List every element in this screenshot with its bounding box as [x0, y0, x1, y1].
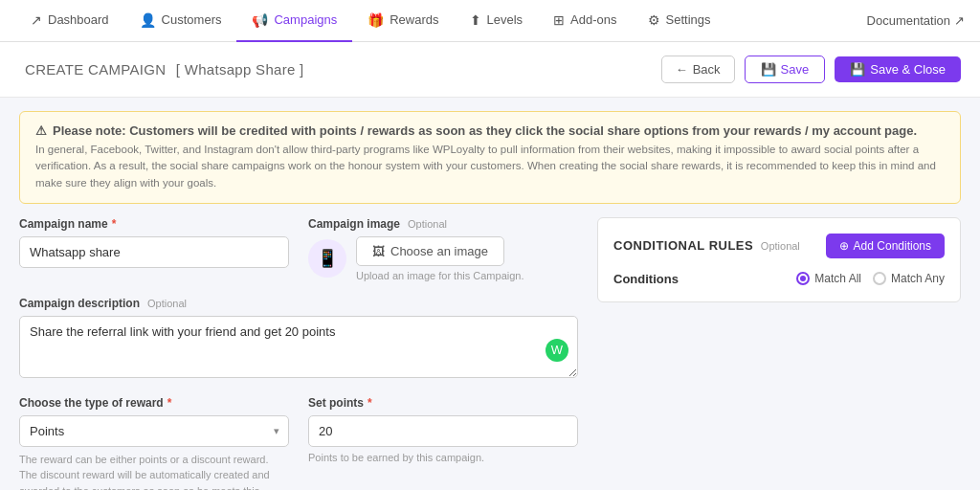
nav-item-campaigns[interactable]: 📢 Campaigns — [236, 0, 352, 42]
match-options: Match All Match Any — [796, 272, 945, 285]
campaign-desc-group: Campaign description Optional Share the … — [19, 297, 578, 381]
image-upload-controls: 🖼 Choose an image Upload an image for th… — [356, 236, 523, 281]
addons-icon: ⊞ — [553, 12, 565, 28]
nav-item-levels[interactable]: ⬆ Levels — [455, 0, 539, 42]
set-points-group: Set points * Points to be earned by this… — [308, 396, 578, 490]
external-link-icon: ↗ — [954, 13, 965, 28]
required-marker-3: * — [368, 396, 372, 410]
nav-item-label: Campaigns — [274, 12, 337, 27]
campaign-desc-wrapper: Share the referral link with your friend… — [19, 316, 578, 381]
campaign-image-group: Campaign image Optional 📱 🖼 Choose an im… — [308, 217, 578, 281]
form-panel: Campaign name * Campaign image Optional … — [19, 217, 578, 490]
match-all-option[interactable]: Match All — [796, 272, 861, 285]
save-button[interactable]: 💾 Save — [745, 56, 826, 83]
nav-item-label: Settings — [666, 12, 711, 27]
phone-icon: 📱 — [308, 239, 346, 278]
settings-icon: ⚙ — [648, 12, 660, 28]
documentation-label: Documentation — [867, 13, 950, 28]
campaign-name-input[interactable] — [19, 236, 289, 268]
row-name-image: Campaign name * Campaign image Optional … — [19, 217, 578, 281]
save-icon: 💾 — [761, 62, 776, 77]
points-hint: Points to be earned by this campaign. — [308, 452, 578, 463]
campaigns-icon: 📢 — [252, 12, 268, 28]
rules-title: CONDITIONAL RULES Optional — [613, 238, 800, 253]
upload-hint: Upload an image for this Campaign. — [356, 270, 523, 281]
plus-icon: ⊕ — [839, 239, 849, 253]
match-any-label: Match Any — [891, 272, 945, 285]
image-icon: 🖼 — [372, 244, 385, 258]
set-points-input[interactable] — [308, 415, 578, 447]
nav-item-label: Dashboard — [48, 12, 109, 27]
customers-icon: 👤 — [140, 12, 156, 28]
reward-type-label: Choose the type of reward * — [19, 396, 289, 410]
required-marker: * — [112, 217, 117, 231]
required-marker-2: * — [167, 396, 172, 410]
conditions-row: Conditions Match All Match Any — [613, 272, 945, 286]
nav-item-label: Rewards — [390, 12, 438, 27]
choose-image-button[interactable]: 🖼 Choose an image — [356, 236, 504, 266]
image-upload-area: 📱 🖼 Choose an image Upload an image for … — [308, 236, 578, 281]
set-points-label: Set points * — [308, 396, 578, 410]
rewards-icon: 🎁 — [368, 12, 384, 28]
campaign-name-group: Campaign name * — [19, 217, 289, 281]
alert-text: In general, Facebook, Twitter, and Insta… — [35, 142, 945, 191]
reward-hint: The reward can be either points or a dis… — [19, 452, 289, 490]
whatsapp-icon: W — [546, 339, 568, 362]
nav-item-customers[interactable]: 👤 Customers — [124, 0, 237, 42]
save-close-icon: 💾 — [850, 62, 865, 77]
campaign-desc-label: Campaign description Optional — [19, 297, 578, 310]
documentation-link[interactable]: Documentation ↗ — [867, 13, 965, 28]
nav-item-label: Customers — [162, 12, 222, 27]
nav-item-addons[interactable]: ⊞ Add-ons — [538, 0, 632, 42]
dashboard-icon: ↗ — [31, 12, 42, 28]
reward-type-select-wrapper: Points Discount ▾ — [19, 415, 289, 447]
back-icon: ← — [676, 62, 688, 77]
alert-banner: ⚠ Please note: Customers will be credite… — [19, 111, 961, 204]
match-all-label: Match All — [814, 272, 861, 285]
match-any-option[interactable]: Match Any — [873, 272, 945, 285]
campaign-image-label: Campaign image Optional — [308, 217, 578, 231]
top-navigation: ↗ Dashboard 👤 Customers 📢 Campaigns 🎁 Re… — [0, 0, 980, 42]
row-reward-points: Choose the type of reward * Points Disco… — [19, 396, 578, 490]
nav-item-settings[interactable]: ⚙ Settings — [633, 0, 726, 42]
header-actions: ← Back 💾 Save 💾 Save & Close — [661, 56, 961, 83]
match-all-radio[interactable] — [796, 272, 810, 285]
alert-icon: ⚠ — [35, 123, 47, 138]
nav-item-dashboard[interactable]: ↗ Dashboard — [15, 0, 124, 42]
page-title: CREATE CAMPAIGN [ Whatsapp Share ] — [19, 61, 304, 78]
save-close-button[interactable]: 💾 Save & Close — [835, 56, 961, 82]
back-button[interactable]: ← Back — [661, 56, 735, 83]
conditions-label: Conditions — [613, 272, 679, 286]
nav-item-label: Add-ons — [570, 12, 616, 27]
campaign-desc-textarea[interactable]: Share the referral link with your friend… — [19, 316, 578, 378]
levels-icon: ⬆ — [470, 12, 481, 28]
rules-panel: CONDITIONAL RULES Optional ⊕ Add Conditi… — [597, 217, 961, 302]
reward-type-select[interactable]: Points Discount — [19, 415, 289, 447]
reward-type-group: Choose the type of reward * Points Disco… — [19, 396, 289, 490]
page-header: CREATE CAMPAIGN [ Whatsapp Share ] ← Bac… — [0, 42, 980, 98]
add-conditions-button[interactable]: ⊕ Add Conditions — [826, 234, 945, 258]
campaign-name-label: Campaign name * — [19, 217, 289, 231]
rules-header: CONDITIONAL RULES Optional ⊕ Add Conditi… — [613, 234, 945, 258]
match-any-radio[interactable] — [873, 272, 886, 285]
nav-item-rewards[interactable]: 🎁 Rewards — [352, 0, 454, 42]
alert-title: ⚠ Please note: Customers will be credite… — [35, 123, 945, 138]
main-content: Campaign name * Campaign image Optional … — [0, 217, 980, 490]
nav-item-label: Levels — [487, 12, 523, 27]
nav-items: ↗ Dashboard 👤 Customers 📢 Campaigns 🎁 Re… — [15, 0, 867, 42]
breadcrumb: CREATE CAMPAIGN [ Whatsapp Share ] — [19, 61, 304, 78]
